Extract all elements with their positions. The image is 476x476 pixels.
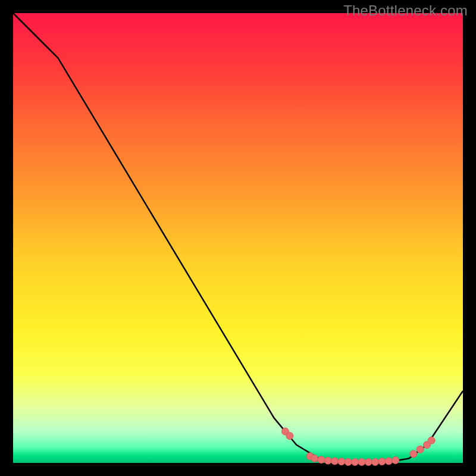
- watermark-text: TheBottleneck.com: [343, 2, 468, 19]
- chart-plot-area: [13, 13, 463, 463]
- chart-frame: TheBottleneck.com: [0, 0, 476, 476]
